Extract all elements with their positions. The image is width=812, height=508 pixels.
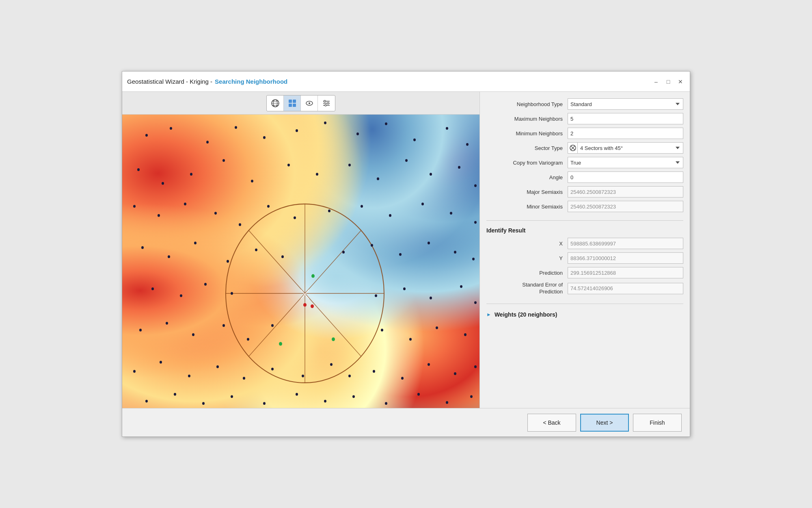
weights-divider — [486, 304, 683, 304]
map-canvas[interactable] — [122, 115, 479, 408]
svg-point-123 — [470, 395, 473, 398]
grid-icon — [288, 99, 297, 108]
svg-rect-8 — [293, 104, 296, 107]
back-button[interactable]: < Back — [527, 414, 576, 432]
identify-result-title: Identify Result — [486, 227, 683, 234]
toolbar-group — [266, 95, 335, 111]
svg-point-39 — [446, 127, 448, 130]
finish-button[interactable]: Finish — [633, 414, 682, 432]
svg-point-93 — [271, 324, 274, 327]
main-content: Neighborhood Type StandardSmooth Maximum… — [122, 92, 690, 408]
close-button[interactable]: ✕ — [676, 77, 685, 86]
svg-point-79 — [151, 287, 154, 290]
maximize-button[interactable]: □ — [664, 77, 673, 86]
svg-point-25 — [311, 304, 314, 308]
svg-point-94 — [348, 375, 351, 378]
svg-point-14 — [324, 100, 326, 102]
neighborhood-type-select[interactable]: StandardSmooth — [568, 98, 683, 110]
svg-point-110 — [454, 372, 456, 375]
settings-toolbar-button[interactable] — [318, 96, 335, 111]
svg-point-81 — [204, 283, 207, 286]
svg-point-112 — [145, 400, 148, 403]
svg-point-47 — [316, 173, 318, 176]
max-neighbors-input[interactable] — [568, 113, 683, 124]
globe-icon — [271, 99, 280, 108]
x-label: X — [486, 241, 568, 247]
minimize-button[interactable]: – — [652, 77, 661, 86]
svg-point-30 — [170, 127, 172, 130]
svg-point-102 — [216, 365, 219, 368]
max-neighbors-row: Maximum Neighbors — [486, 113, 683, 124]
window-title-normal: Geostatistical Wizard - Kriging - — [127, 78, 212, 85]
svg-point-105 — [302, 375, 304, 378]
neighborhood-type-row: Neighborhood Type StandardSmooth — [486, 98, 683, 110]
svg-point-28 — [332, 337, 335, 341]
svg-point-91 — [222, 324, 225, 327]
weights-row[interactable]: ► Weights (20 neighbors) — [486, 309, 683, 320]
svg-point-44 — [222, 159, 225, 162]
svg-point-77 — [454, 251, 456, 254]
svg-point-99 — [133, 370, 136, 373]
svg-point-85 — [430, 297, 432, 300]
prediction-input[interactable] — [568, 267, 683, 278]
svg-point-92 — [247, 338, 249, 341]
svg-point-75 — [399, 253, 402, 256]
svg-point-103 — [243, 377, 245, 380]
svg-point-73 — [342, 251, 345, 254]
svg-point-42 — [162, 182, 164, 185]
sector-type-label: Sector Type — [486, 145, 568, 151]
right-panel: Neighborhood Type StandardSmooth Maximum… — [479, 92, 690, 408]
angle-input[interactable] — [568, 172, 683, 183]
sector-type-select[interactable]: 4 Sectors with 45°4 Sectors8 Sectors1 Se… — [577, 142, 683, 154]
svg-point-86 — [460, 285, 462, 288]
svg-point-41 — [137, 168, 140, 171]
min-neighbors-label: Minimum Neighbors — [486, 130, 568, 137]
std-error-input[interactable] — [568, 283, 683, 294]
grid-toolbar-button[interactable] — [284, 96, 301, 111]
std-error-row: Standard Error ofPrediction — [486, 282, 683, 295]
svg-point-45 — [251, 180, 253, 182]
svg-point-52 — [458, 166, 460, 169]
svg-point-67 — [141, 246, 144, 249]
title-bar: Geostatistical Wizard - Kriging - Search… — [122, 72, 690, 92]
svg-point-35 — [324, 122, 326, 124]
svg-point-78 — [472, 258, 475, 261]
major-semiaxis-input[interactable] — [568, 186, 683, 198]
svg-point-54 — [133, 205, 136, 208]
section-divider — [486, 220, 683, 221]
y-row: Y — [486, 252, 683, 264]
settings-icon — [322, 99, 331, 108]
svg-point-68 — [168, 255, 170, 258]
svg-point-119 — [352, 395, 355, 398]
svg-point-117 — [296, 393, 298, 396]
ellipse-toolbar-button[interactable] — [301, 96, 318, 111]
svg-point-76 — [428, 241, 430, 244]
y-input[interactable] — [568, 252, 683, 264]
minor-semiaxis-row: Minor Semiaxis — [486, 201, 683, 212]
svg-point-118 — [324, 400, 326, 403]
minor-semiaxis-input[interactable] — [568, 201, 683, 212]
svg-point-50 — [405, 159, 408, 162]
svg-point-16 — [325, 104, 326, 106]
copy-variogram-select[interactable]: TrueFalse — [568, 157, 683, 168]
svg-point-49 — [377, 178, 379, 180]
x-input[interactable] — [568, 238, 683, 249]
next-button[interactable]: Next > — [580, 414, 629, 432]
map-panel — [122, 92, 479, 408]
ellipse-icon — [305, 99, 314, 108]
weights-label: Weights (20 neighbors) — [495, 311, 557, 318]
globe-toolbar-button[interactable] — [267, 96, 284, 111]
min-neighbors-input[interactable] — [568, 128, 683, 139]
svg-point-114 — [202, 402, 205, 405]
min-neighbors-row: Minimum Neighbors — [486, 128, 683, 139]
std-error-label: Standard Error ofPrediction — [486, 282, 568, 295]
svg-point-58 — [239, 223, 241, 226]
svg-point-56 — [184, 203, 186, 206]
svg-point-27 — [279, 342, 282, 346]
svg-point-60 — [294, 216, 296, 219]
svg-rect-7 — [289, 104, 292, 107]
svg-rect-5 — [289, 100, 292, 103]
svg-point-24 — [303, 303, 307, 307]
svg-point-62 — [361, 205, 363, 208]
svg-point-32 — [235, 126, 237, 129]
